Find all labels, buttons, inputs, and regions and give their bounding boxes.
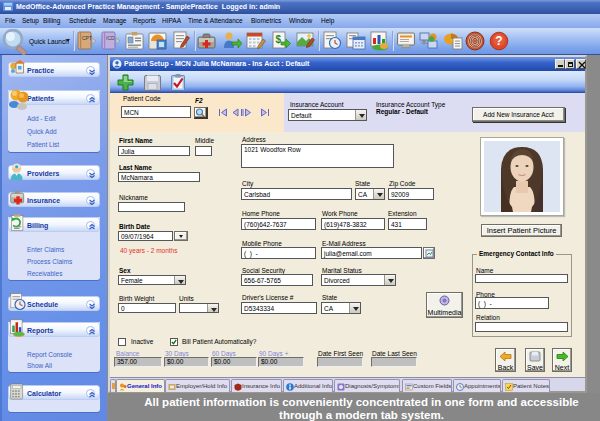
svg-text:ICD: ICD xyxy=(106,35,115,41)
svg-text:CPT: CPT xyxy=(82,35,92,41)
svg-text:$: $ xyxy=(276,34,282,45)
svg-text:?: ? xyxy=(495,34,502,48)
